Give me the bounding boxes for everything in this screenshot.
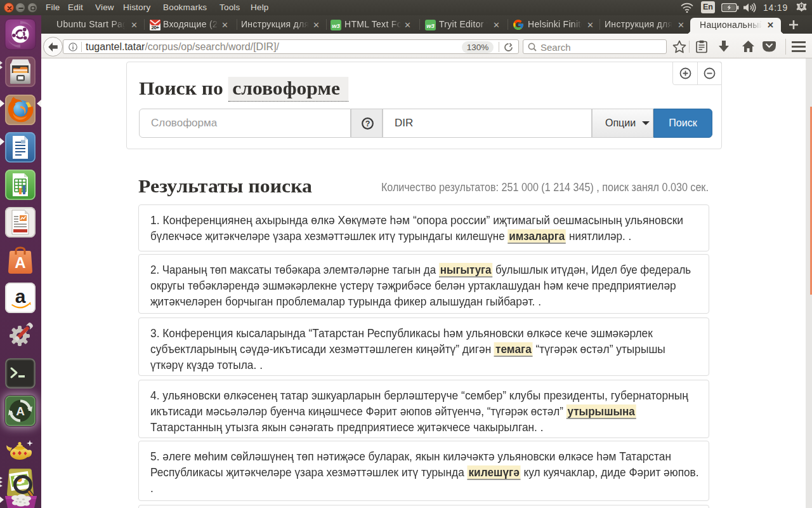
svg-text:20+: 20+ (151, 25, 159, 30)
svg-text:?: ? (365, 119, 370, 128)
svg-text:a: a (15, 286, 26, 307)
svg-text:w3: w3 (426, 22, 435, 29)
svg-text:A: A (16, 404, 25, 418)
svg-text:w3: w3 (332, 22, 340, 29)
svg-text:A: A (15, 254, 25, 271)
